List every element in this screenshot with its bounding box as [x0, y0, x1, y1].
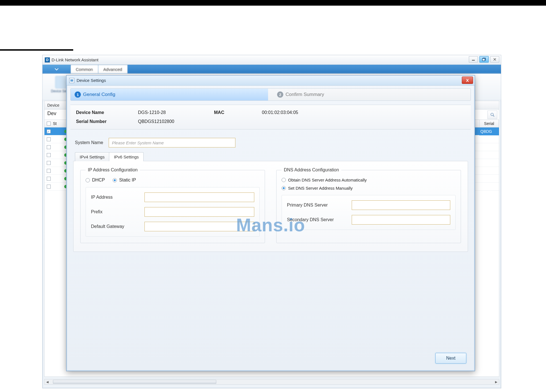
row-checkbox[interactable]: [47, 185, 51, 189]
row-checkbox[interactable]: [47, 177, 51, 181]
app-title: D-Link Network Assistant: [52, 57, 99, 62]
primary-dns-label: Primary DNS Server: [287, 203, 352, 208]
radio-label: Set DNS Server Address Manually: [288, 186, 353, 191]
radio-static-ip[interactable]: Static IP: [113, 178, 136, 183]
mac-value: 00:01:02:03:04:05: [262, 110, 465, 115]
device-name-label: Device Name: [76, 110, 138, 115]
dns-address-config-group: DNS Address Configuration Obtain DNS Ser…: [276, 167, 461, 243]
device-name-value: DGS-1210-28: [138, 110, 214, 115]
ipv6-settings-panel: IP Address Configuration DHCP Static IP: [73, 161, 468, 252]
row-checkbox[interactable]: [47, 137, 51, 141]
step-label: General Config: [83, 92, 115, 97]
dialog-title: Device Settings: [77, 78, 106, 83]
ribbon-menu-dropdown[interactable]: [43, 65, 71, 73]
maximize-button[interactable]: [480, 56, 489, 62]
scrollbar-thumb[interactable]: [53, 380, 216, 384]
radio-dns-auto[interactable]: Obtain DNS Server Address Automatically: [282, 178, 456, 182]
default-gateway-label: Default Gateway: [91, 224, 144, 229]
row-checkbox[interactable]: [47, 129, 51, 133]
mac-label: MAC: [214, 110, 262, 115]
svg-point-3: [491, 113, 493, 116]
wizard-steps: 1 General Config 2 Confirm Summary: [70, 88, 471, 101]
device-summary: Device Name DGS-1210-28 MAC 00:01:02:03:…: [70, 105, 471, 129]
row-checkbox[interactable]: [47, 169, 51, 173]
device-filter-label: Dev: [47, 111, 56, 117]
ribbon-bar: Common Advanced: [43, 65, 501, 74]
ip-settings-tabs: IPv4 Settings IPv6 Settings: [75, 152, 468, 161]
radio-label: Obtain DNS Server Address Automatically: [288, 178, 367, 182]
manual-dns-fields: Primary DNS Server Secondary DNS Server: [282, 195, 456, 230]
close-app-button[interactable]: [490, 56, 499, 62]
prefix-label: Prefix: [91, 209, 144, 214]
serial-number-label: Serial Number: [76, 119, 138, 124]
secondary-dns-input[interactable]: [352, 215, 450, 225]
app-titlebar: D D-Link Network Assistant: [43, 55, 501, 65]
scroll-right-icon[interactable]: ▶: [493, 379, 499, 384]
horizontal-rule: [0, 49, 73, 51]
wizard-step-general-config[interactable]: 1 General Config: [71, 89, 268, 100]
ribbon-tab-advanced[interactable]: Advanced: [98, 65, 128, 73]
ribbon-tab-common[interactable]: Common: [71, 65, 98, 73]
dialog-close-button[interactable]: X: [462, 77, 473, 84]
row-checkbox[interactable]: [47, 153, 51, 157]
ip-address-label: IP Address: [91, 195, 144, 200]
radio-icon: [282, 186, 286, 190]
system-name-input[interactable]: [109, 138, 235, 147]
static-ip-fields: IP Address Prefix Default Gateway: [86, 187, 260, 237]
search-button[interactable]: [487, 111, 497, 119]
prefix-input[interactable]: [144, 207, 254, 217]
column-header-serial[interactable]: Serial: [479, 120, 499, 127]
step-number-badge: 2: [277, 91, 283, 98]
radio-icon: [113, 178, 117, 182]
radio-icon: [86, 178, 90, 182]
row-checkbox[interactable]: [47, 145, 51, 149]
step-label: Confirm Summary: [286, 92, 324, 97]
radio-dhcp[interactable]: DHCP: [86, 178, 105, 183]
top-black-bar: [0, 0, 546, 6]
minimize-button[interactable]: [469, 56, 478, 62]
radio-icon: [282, 178, 286, 182]
radio-label: DHCP: [92, 178, 105, 183]
tab-ipv6-settings[interactable]: IPv6 Settings: [109, 152, 143, 161]
row-checkbox[interactable]: [47, 161, 51, 165]
dialog-icon: [69, 78, 74, 83]
horizontal-scrollbar[interactable]: ◀ ▶: [44, 379, 499, 385]
default-gateway-input[interactable]: [144, 222, 254, 231]
svg-rect-0: [472, 60, 475, 61]
device-settings-dialog: Device Settings X 1 General Config 2 Con…: [66, 75, 475, 371]
serial-cell: QBDG: [479, 127, 499, 135]
system-name-label: System Name: [75, 140, 103, 145]
dns-group-legend: DNS Address Configuration: [282, 167, 341, 173]
svg-rect-2: [482, 59, 485, 61]
wizard-step-confirm-summary[interactable]: 2 Confirm Summary: [268, 89, 471, 100]
ip-address-input[interactable]: [144, 192, 254, 202]
svg-line-4: [493, 115, 494, 117]
ip-address-config-group: IP Address Configuration DHCP Static IP: [80, 167, 265, 243]
ip-group-legend: IP Address Configuration: [86, 167, 140, 173]
dialog-titlebar: Device Settings X: [66, 75, 475, 86]
select-all-checkbox[interactable]: [47, 122, 51, 126]
scroll-left-icon[interactable]: ◀: [44, 379, 50, 384]
tab-ipv4-settings[interactable]: IPv4 Settings: [75, 152, 109, 161]
primary-dns-input[interactable]: [352, 200, 450, 210]
serial-number-value: QBDGS12102800: [138, 119, 214, 124]
app-logo-icon: D: [45, 57, 50, 62]
next-button[interactable]: Next: [435, 353, 466, 364]
step-number-badge: 1: [75, 91, 81, 98]
radio-dns-manual[interactable]: Set DNS Server Address Manually: [282, 186, 456, 191]
column-header-status[interactable]: St: [53, 121, 57, 126]
secondary-dns-label: Secondary DNS Server: [287, 217, 352, 222]
radio-label: Static IP: [119, 178, 136, 183]
